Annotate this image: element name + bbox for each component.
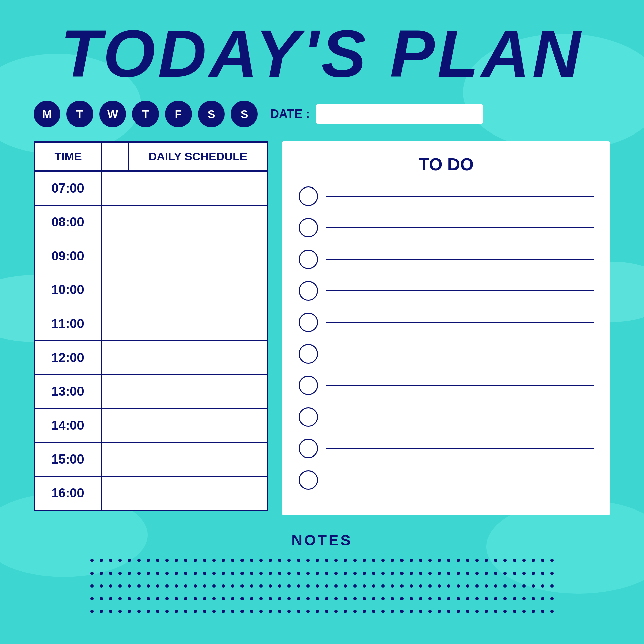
dot	[381, 597, 385, 600]
todo-line-6[interactable]	[326, 354, 594, 354]
schedule-entry[interactable]	[128, 307, 267, 340]
dot	[550, 597, 554, 600]
schedule-mid[interactable]	[102, 341, 128, 374]
dot	[513, 597, 516, 600]
dot	[194, 610, 197, 613]
schedule-mid[interactable]	[102, 443, 128, 476]
todo-checkbox-1[interactable]	[299, 186, 318, 206]
schedule-mid[interactable]	[102, 409, 128, 442]
date-input[interactable]	[316, 104, 483, 124]
todo-item-7	[299, 376, 594, 395]
todo-checkbox-6[interactable]	[299, 344, 318, 364]
day-tuesday[interactable]: T	[66, 101, 93, 127]
todo-line-4[interactable]	[326, 290, 594, 291]
day-friday[interactable]: F	[165, 101, 192, 127]
dot	[485, 584, 488, 588]
dot	[165, 572, 169, 575]
todo-checkbox-8[interactable]	[299, 407, 318, 427]
dot	[109, 610, 112, 613]
schedule-entry[interactable]	[128, 341, 267, 374]
schedule-row: 16:00	[35, 476, 267, 510]
dot	[466, 584, 469, 588]
dot	[513, 572, 516, 575]
dot	[156, 610, 159, 613]
notes-section: NOTES	[34, 532, 610, 613]
dot	[212, 610, 216, 613]
todo-checkbox-7[interactable]	[299, 376, 318, 395]
dot	[428, 597, 432, 600]
dot	[466, 559, 469, 562]
schedule-mid[interactable]	[102, 477, 128, 510]
dot	[334, 572, 338, 575]
dot	[513, 584, 516, 588]
todo-checkbox-3[interactable]	[299, 250, 318, 269]
dot	[231, 559, 234, 562]
schedule-entry[interactable]	[128, 477, 267, 510]
todo-checkbox-4[interactable]	[299, 281, 318, 301]
dot	[194, 584, 197, 588]
dot	[269, 610, 272, 613]
todo-line-1[interactable]	[326, 196, 594, 197]
todo-checkbox-10[interactable]	[299, 470, 318, 490]
schedule-entry[interactable]	[128, 443, 267, 476]
schedule-mid[interactable]	[102, 239, 128, 273]
dot	[194, 572, 197, 575]
schedule-mid[interactable]	[102, 206, 128, 239]
dot	[156, 597, 159, 600]
todo-item-9	[299, 439, 594, 458]
dot	[363, 597, 366, 600]
dot	[334, 610, 338, 613]
schedule-mid[interactable]	[102, 375, 128, 408]
todo-line-3[interactable]	[326, 259, 594, 260]
dot	[494, 584, 497, 588]
day-wednesday[interactable]: W	[99, 101, 126, 127]
dot	[438, 572, 441, 575]
dot	[475, 610, 479, 613]
dot	[503, 572, 507, 575]
schedule-entry[interactable]	[128, 172, 267, 205]
todo-line-7[interactable]	[326, 385, 594, 386]
dot	[466, 597, 469, 600]
day-thursday[interactable]: T	[132, 101, 159, 127]
schedule-mid[interactable]	[102, 172, 128, 205]
dot	[212, 597, 216, 600]
dot	[147, 597, 150, 600]
dot	[363, 610, 366, 613]
todo-line-2[interactable]	[326, 227, 594, 228]
todo-line-10[interactable]	[326, 480, 594, 480]
dot	[212, 584, 216, 588]
todo-item-5	[299, 313, 594, 332]
dot	[400, 584, 404, 588]
dot	[100, 572, 103, 575]
dot	[109, 572, 112, 575]
day-monday[interactable]: M	[34, 101, 60, 127]
day-saturday[interactable]: S	[198, 101, 225, 127]
dot	[306, 584, 310, 588]
dot	[297, 597, 300, 600]
dot	[503, 584, 507, 588]
todo-checkbox-9[interactable]	[299, 439, 318, 458]
dot	[297, 610, 300, 613]
dot	[475, 572, 479, 575]
dot	[503, 610, 507, 613]
dot	[363, 559, 366, 562]
todo-checkbox-5[interactable]	[299, 313, 318, 332]
todo-line-9[interactable]	[326, 448, 594, 449]
dot	[428, 584, 432, 588]
todo-line-8[interactable]	[326, 417, 594, 417]
main-content: TIME DAILY SCHEDULE 07:00 08:00 09:00	[34, 141, 610, 515]
schedule-entry[interactable]	[128, 206, 267, 239]
todo-checkbox-2[interactable]	[299, 218, 318, 237]
dot	[532, 559, 535, 562]
dot	[410, 559, 413, 562]
schedule-entry[interactable]	[128, 375, 267, 408]
schedule-entry[interactable]	[128, 239, 267, 273]
day-sunday[interactable]: S	[231, 101, 258, 127]
schedule-mid[interactable]	[102, 273, 128, 307]
schedule-entry[interactable]	[128, 273, 267, 307]
dot	[278, 584, 281, 588]
schedule-mid[interactable]	[102, 307, 128, 340]
todo-line-5[interactable]	[326, 322, 594, 323]
dot	[287, 584, 291, 588]
schedule-entry[interactable]	[128, 409, 267, 442]
